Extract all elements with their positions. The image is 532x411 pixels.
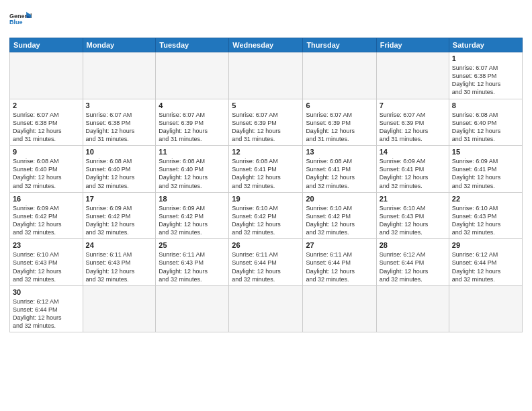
day-number: 13: [306, 148, 373, 156]
day-number: 8: [452, 101, 519, 109]
calendar-week-2: 2Sunrise: 6:07 AM Sunset: 6:38 PM Daylig…: [10, 99, 523, 146]
calendar-week-3: 9Sunrise: 6:08 AM Sunset: 6:40 PM Daylig…: [10, 146, 523, 193]
day-number: 19: [232, 195, 300, 203]
col-header-friday: Friday: [376, 38, 449, 52]
calendar-cell: [229, 285, 303, 332]
day-number: 3: [86, 101, 153, 109]
calendar-cell: 27Sunrise: 6:11 AM Sunset: 6:44 PM Dayli…: [303, 239, 376, 286]
calendar-cell: 16Sunrise: 6:09 AM Sunset: 6:42 PM Dayli…: [10, 192, 83, 239]
calendar-cell: [376, 52, 449, 99]
day-number: 10: [86, 148, 153, 156]
day-number: 7: [380, 101, 446, 109]
calendar-cell: 6Sunrise: 6:07 AM Sunset: 6:39 PM Daylig…: [303, 99, 376, 146]
calendar-cell: 28Sunrise: 6:12 AM Sunset: 6:44 PM Dayli…: [376, 239, 449, 286]
col-header-sunday: Sunday: [10, 38, 83, 52]
calendar-cell: 1Sunrise: 6:07 AM Sunset: 6:38 PM Daylig…: [449, 52, 522, 99]
day-info: Sunrise: 6:07 AM Sunset: 6:39 PM Dayligh…: [306, 111, 373, 144]
day-number: 30: [13, 288, 80, 296]
calendar-cell: 13Sunrise: 6:08 AM Sunset: 6:41 PM Dayli…: [303, 146, 376, 193]
col-header-wednesday: Wednesday: [229, 38, 303, 52]
day-info: Sunrise: 6:12 AM Sunset: 6:44 PM Dayligh…: [452, 250, 519, 283]
calendar-cell: 22Sunrise: 6:10 AM Sunset: 6:43 PM Dayli…: [449, 192, 522, 239]
calendar-week-4: 16Sunrise: 6:09 AM Sunset: 6:42 PM Dayli…: [10, 192, 523, 239]
calendar-cell: 11Sunrise: 6:08 AM Sunset: 6:40 PM Dayli…: [156, 146, 229, 193]
day-info: Sunrise: 6:07 AM Sunset: 6:39 PM Dayligh…: [159, 111, 226, 144]
day-info: Sunrise: 6:08 AM Sunset: 6:40 PM Dayligh…: [452, 111, 519, 144]
day-number: 4: [159, 101, 226, 109]
calendar-header-row: SundayMondayTuesdayWednesdayThursdayFrid…: [10, 38, 523, 52]
day-info: Sunrise: 6:10 AM Sunset: 6:43 PM Dayligh…: [380, 204, 446, 237]
calendar-cell: 5Sunrise: 6:07 AM Sunset: 6:39 PM Daylig…: [229, 99, 303, 146]
calendar-cell: [303, 285, 376, 332]
day-info: Sunrise: 6:10 AM Sunset: 6:43 PM Dayligh…: [452, 204, 519, 237]
calendar-cell: [83, 285, 156, 332]
calendar-cell: [156, 52, 229, 99]
calendar-cell: [303, 52, 376, 99]
day-number: 25: [159, 241, 226, 249]
day-info: Sunrise: 6:08 AM Sunset: 6:41 PM Dayligh…: [232, 157, 300, 190]
calendar-cell: [83, 52, 156, 99]
calendar-cell: 7Sunrise: 6:07 AM Sunset: 6:39 PM Daylig…: [376, 99, 449, 146]
day-info: Sunrise: 6:07 AM Sunset: 6:39 PM Dayligh…: [232, 111, 300, 144]
calendar-cell: 30Sunrise: 6:12 AM Sunset: 6:44 PM Dayli…: [10, 285, 83, 332]
day-info: Sunrise: 6:08 AM Sunset: 6:41 PM Dayligh…: [306, 157, 373, 190]
day-info: Sunrise: 6:08 AM Sunset: 6:40 PM Dayligh…: [86, 157, 153, 190]
day-info: Sunrise: 6:09 AM Sunset: 6:42 PM Dayligh…: [13, 204, 80, 237]
calendar-cell: 12Sunrise: 6:08 AM Sunset: 6:41 PM Dayli…: [229, 146, 303, 193]
day-info: Sunrise: 6:11 AM Sunset: 6:43 PM Dayligh…: [159, 250, 226, 283]
logo: General Blue: [9, 7, 34, 34]
calendar-cell: 20Sunrise: 6:10 AM Sunset: 6:42 PM Dayli…: [303, 192, 376, 239]
logo-svg: General Blue: [9, 7, 34, 31]
calendar-cell: [10, 52, 83, 99]
day-number: 23: [13, 241, 80, 249]
day-number: 16: [13, 195, 80, 203]
day-info: Sunrise: 6:12 AM Sunset: 6:44 PM Dayligh…: [380, 250, 446, 283]
header: General Blue: [9, 7, 523, 34]
col-header-monday: Monday: [83, 38, 156, 52]
calendar-cell: 2Sunrise: 6:07 AM Sunset: 6:38 PM Daylig…: [10, 99, 83, 146]
calendar-cell: [229, 52, 303, 99]
day-number: 20: [306, 195, 373, 203]
day-number: 11: [159, 148, 226, 156]
day-info: Sunrise: 6:10 AM Sunset: 6:43 PM Dayligh…: [13, 250, 80, 283]
day-number: 9: [13, 148, 80, 156]
day-number: 2: [13, 101, 80, 109]
day-info: Sunrise: 6:07 AM Sunset: 6:38 PM Dayligh…: [13, 111, 80, 144]
svg-text:Blue: Blue: [9, 19, 23, 26]
day-info: Sunrise: 6:07 AM Sunset: 6:39 PM Dayligh…: [380, 111, 446, 144]
day-info: Sunrise: 6:11 AM Sunset: 6:43 PM Dayligh…: [86, 250, 153, 283]
calendar-cell: 21Sunrise: 6:10 AM Sunset: 6:43 PM Dayli…: [376, 192, 449, 239]
calendar-week-5: 23Sunrise: 6:10 AM Sunset: 6:43 PM Dayli…: [10, 239, 523, 286]
day-number: 21: [380, 195, 446, 203]
calendar-cell: 18Sunrise: 6:09 AM Sunset: 6:42 PM Dayli…: [156, 192, 229, 239]
day-info: Sunrise: 6:07 AM Sunset: 6:38 PM Dayligh…: [452, 64, 519, 97]
calendar-cell: 10Sunrise: 6:08 AM Sunset: 6:40 PM Dayli…: [83, 146, 156, 193]
col-header-tuesday: Tuesday: [156, 38, 229, 52]
day-number: 1: [452, 54, 519, 62]
day-number: 5: [232, 101, 300, 109]
calendar-cell: 17Sunrise: 6:09 AM Sunset: 6:42 PM Dayli…: [83, 192, 156, 239]
calendar-table: SundayMondayTuesdayWednesdayThursdayFrid…: [9, 38, 523, 332]
calendar-cell: 25Sunrise: 6:11 AM Sunset: 6:43 PM Dayli…: [156, 239, 229, 286]
day-info: Sunrise: 6:07 AM Sunset: 6:38 PM Dayligh…: [86, 111, 153, 144]
day-number: 22: [452, 195, 519, 203]
calendar-cell: 3Sunrise: 6:07 AM Sunset: 6:38 PM Daylig…: [83, 99, 156, 146]
day-info: Sunrise: 6:11 AM Sunset: 6:44 PM Dayligh…: [306, 250, 373, 283]
calendar-cell: 29Sunrise: 6:12 AM Sunset: 6:44 PM Dayli…: [449, 239, 522, 286]
calendar-cell: [156, 285, 229, 332]
day-number: 12: [232, 148, 300, 156]
calendar-cell: 4Sunrise: 6:07 AM Sunset: 6:39 PM Daylig…: [156, 99, 229, 146]
calendar-cell: [449, 285, 522, 332]
day-info: Sunrise: 6:10 AM Sunset: 6:42 PM Dayligh…: [306, 204, 373, 237]
calendar-cell: 14Sunrise: 6:09 AM Sunset: 6:41 PM Dayli…: [376, 146, 449, 193]
day-number: 18: [159, 195, 226, 203]
calendar-cell: 9Sunrise: 6:08 AM Sunset: 6:40 PM Daylig…: [10, 146, 83, 193]
day-info: Sunrise: 6:11 AM Sunset: 6:44 PM Dayligh…: [232, 250, 300, 283]
day-info: Sunrise: 6:09 AM Sunset: 6:42 PM Dayligh…: [86, 204, 153, 237]
day-number: 26: [232, 241, 300, 249]
calendar-cell: 8Sunrise: 6:08 AM Sunset: 6:40 PM Daylig…: [449, 99, 522, 146]
calendar-week-1: 1Sunrise: 6:07 AM Sunset: 6:38 PM Daylig…: [10, 52, 523, 99]
day-info: Sunrise: 6:08 AM Sunset: 6:40 PM Dayligh…: [159, 157, 226, 190]
day-info: Sunrise: 6:12 AM Sunset: 6:44 PM Dayligh…: [13, 298, 80, 330]
day-info: Sunrise: 6:09 AM Sunset: 6:41 PM Dayligh…: [452, 157, 519, 190]
